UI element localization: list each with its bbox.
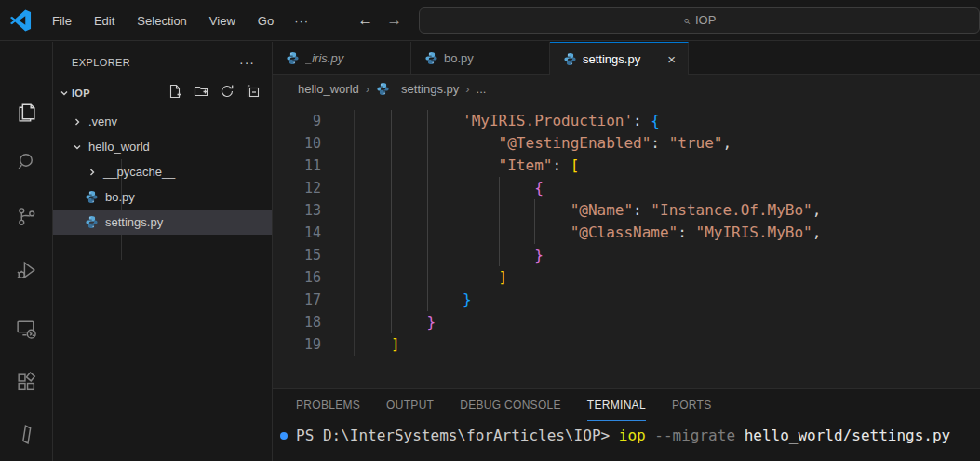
book-extension-icon[interactable] [0,414,52,454]
python-file-icon [424,51,438,65]
line-number: 17 [273,289,321,311]
panel-tab-output[interactable]: OUTPUT [386,389,434,421]
tab-bo-py[interactable]: bo.py [411,42,550,74]
terminal-command: iop [619,425,646,447]
refresh-icon[interactable] [220,84,235,102]
menu-item-view[interactable]: View [201,10,244,32]
code-token: : [651,134,668,152]
code-token: } [534,246,544,264]
vscode-logo-icon [9,9,32,32]
menu-item-go[interactable]: Go [249,10,282,32]
command-center-value: IOP [695,13,716,27]
tree-item-hello-world[interactable]: hello_world [53,134,272,159]
explorer-sidebar: EXPLORER ··· IOP [53,42,273,461]
code-token: ] [499,268,508,286]
menu-item-edit[interactable]: Edit [86,10,123,32]
code-line-11: 11 "Item": [ [273,155,980,177]
code-editor[interactable]: 9 'MyIRIS.Production': {10 "@TestingEnab… [273,103,980,388]
tree-item--pycache-[interactable]: __pycache__ [53,159,272,184]
panel-tab-ports[interactable]: PORTS [672,389,712,421]
bottom-panel: PROBLEMSOUTPUTDEBUG CONSOLETERMINALPORTS… [273,388,980,461]
tab-label: _iris.py [305,51,401,65]
breadcrumb-item[interactable]: hello_world [298,82,359,96]
history-nav: ← → [357,12,402,28]
workspace-section-header[interactable]: IOP [53,83,272,103]
code-token: : [633,201,651,219]
line-number: 14 [273,222,321,244]
code-token: 'MyIRIS.Production' [463,112,633,129]
panel-tab-debug-console[interactable]: DEBUG CONSOLE [460,389,561,421]
run-and-debug-icon[interactable] [0,250,52,291]
menu-item-file[interactable]: File [44,10,80,32]
remote-explorer-icon[interactable] [0,308,52,349]
workspace-name: IOP [72,88,168,99]
tab--iris-py[interactable]: _iris.py [273,42,411,74]
code-token: : [633,112,651,129]
code-token: "Instance.Of.MyBo" [651,201,812,219]
tree-item-label: bo.py [105,190,135,204]
code-token: , [722,134,732,152]
code-line-10: 10 "@TestingEnabled": "true", [273,132,980,155]
tree-item-label: settings.py [105,215,163,229]
code-token: "@ClassName" [571,224,678,241]
code-token: [ [571,156,580,174]
breadcrumb-item[interactable]: ... [477,82,487,96]
code-token: { [534,179,544,197]
tree-item-label: __pycache__ [103,165,175,179]
code-line-content: "@Name": "Instance.Of.MyBo", [321,199,821,222]
code-line-content: } [321,244,544,266]
terminal-command-line[interactable]: PS D:\InterSystems\forArticles\IOP> iop … [273,425,980,447]
terminal-prompt: PS D:\InterSystems\forArticles\IOP> [296,425,619,447]
panel-tabs: PROBLEMSOUTPUTDEBUG CONSOLETERMINALPORTS [273,389,980,421]
tab-settings-py[interactable]: settings.py× [550,42,689,75]
code-line-17: 17 } [273,289,980,311]
explorer-more-actions-icon[interactable]: ··· [239,55,255,70]
tree-item--venv[interactable]: .venv [53,109,272,134]
code-token: "@TestingEnabled" [499,134,651,152]
new-folder-icon[interactable] [194,84,208,102]
search-sidebar-icon[interactable] [0,141,52,182]
panel-tab-problems[interactable]: PROBLEMS [296,389,360,421]
close-icon[interactable]: × [665,52,678,66]
editor-tabs: _iris.pybo.pysettings.py× [273,42,980,75]
tree-item-label: hello_world [88,140,150,154]
back-arrow-icon[interactable]: ← [357,12,373,28]
code-line-content: ] [321,333,400,356]
line-number: 16 [273,266,321,289]
python-file-icon [286,51,300,65]
tab-label: settings.py [583,52,665,66]
code-line-content: { [321,177,544,199]
new-file-icon[interactable] [168,84,182,102]
code-token: "@Name" [571,201,633,219]
code-token: : [678,224,695,241]
code-line-content: 'MyIRIS.Production': { [321,110,660,132]
menu-item-selection[interactable]: Selection [128,10,195,32]
explorer-title: EXPLORER [72,57,130,68]
command-center-search[interactable]: ⌕ IOP [419,7,980,34]
code-line-14: 14 "@ClassName": "MyIRIS.MyBo", [273,222,980,244]
chevron-right-icon [70,117,85,127]
extensions-icon[interactable] [0,361,52,402]
code-token: ] [391,335,400,353]
tree-item-bo-py[interactable]: bo.py [53,184,272,210]
collapse-folders-icon[interactable] [246,84,261,102]
python-file-icon [563,52,577,66]
code-line-content: } [321,289,472,311]
source-control-icon[interactable] [0,196,52,237]
explorer-icon[interactable] [0,91,52,132]
editor-group: _iris.pybo.pysettings.py× hello_world›se… [273,42,980,461]
line-number: 15 [273,244,321,266]
menubar-overflow-icon[interactable]: ··· [285,10,318,32]
panel-tab-terminal[interactable]: TERMINAL [587,389,646,421]
code-token: } [427,313,436,331]
tree-item-settings-py[interactable]: settings.py [53,210,272,235]
forward-arrow-icon[interactable]: → [386,12,402,28]
breadcrumb-item[interactable]: settings.py [401,82,459,96]
activity-bar: Π [0,42,53,461]
line-number: 9 [273,110,321,132]
terminal-argument: hello_world/settings.py [745,425,951,447]
code-line-9: 9 'MyIRIS.Production': { [273,110,980,132]
chevron-down-icon [57,86,72,101]
code-token: , [812,224,822,241]
code-token: : [552,156,570,174]
